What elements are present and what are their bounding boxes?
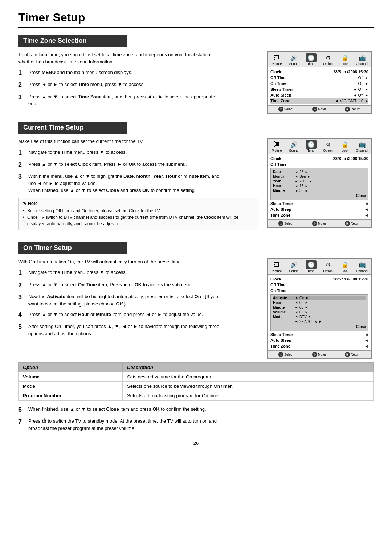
step-item: 3 Press ▲ or ▼ to select Time Zone item,… [18, 93, 221, 107]
tv-row-on-time: On Time Off ► [270, 81, 368, 86]
current-time-intro: Make use of this function can set the cu… [18, 138, 221, 145]
time-zone-intro: To obtain local time, you should first s… [18, 51, 221, 65]
tv-icon-lock-2: 🔒 Lock [338, 140, 353, 152]
tv-icon-option: ⚙ Option [320, 53, 336, 66]
tv-submenu-2: Date ◄ 28 ► Month ◄ Sep ► Year [270, 168, 368, 200]
tv-icon-sound-2: 🔊 Sound [286, 140, 302, 152]
tv-row-off-time-2: Off Time [270, 161, 368, 167]
option-volume: Volume [19, 372, 123, 381]
table-row: Program Number Selects a broadcasting pr… [19, 391, 374, 400]
step-item: 3 Now the Activate item will be highligh… [18, 293, 221, 307]
section-header-on-timer: On Timer Setup [18, 242, 127, 254]
table-row: Mode Selects one source to be viewed thr… [19, 381, 374, 391]
tv-menu-body-1: Clock 28/Sep /2008 15:30 Off Time Off ► … [268, 67, 371, 105]
tv-row-time-zone-2: Time Zone ◄ [270, 212, 368, 218]
step-item: 6 When finished, use ▲ or ▼ to select Cl… [18, 406, 221, 414]
tv-menu-1: 🖼 Picture 🔊 Sound 🕐 Time ⚙ Option [267, 51, 372, 114]
tv-icon-option-2: ⚙ Option [320, 140, 336, 152]
tv-row-sleep-timer-2: Sleep Timer ◄ [270, 201, 368, 206]
tv-icon-lock: 🔒 Lock [338, 53, 353, 66]
note-box: ✎ Note Before setting Off timer and On t… [18, 198, 258, 230]
option-mode: Mode [19, 381, 123, 391]
section-current-time: Current Time Setup Make use of this func… [18, 122, 374, 234]
step-item: 3 Within the menu, use ▲ or ▼ to highlig… [18, 173, 221, 194]
step-item: 2 Press ◄ or ► to select Time menu, pres… [18, 81, 221, 89]
options-table: Option Description Volume Sets desired v… [18, 362, 374, 401]
desc-program-number: Selects a broadcasting program for On ti… [123, 391, 374, 400]
tv-menu-footer-1: ◎ Select ◎ Move ▣ Return [268, 105, 371, 113]
tv-menu-2: 🖼 Picture 🔊 Sound 🕐 Time ⚙ Option [267, 138, 372, 228]
tv-icon-picture: 🖼 Picture [269, 53, 285, 66]
option-program-number: Program Number [19, 391, 123, 400]
tv-row-sleep-timer: Sleep Timer ◄ Off ► [270, 86, 368, 92]
step-item: 5 After setting On Timer, you can press … [18, 323, 221, 337]
tv-icon-sound-3: 🔊 Sound [286, 260, 302, 273]
tv-row-auto-sleep: Auto Sleep ◄ Off ► [270, 92, 368, 98]
tv-menu-icons-3: 🖼 Picture 🔊 Sound 🕐 Time ⚙ Option [268, 259, 371, 275]
page-number: 26 [18, 440, 374, 446]
tv-icon-picture-3: 🖼 Picture [269, 260, 285, 273]
tv-row-time-zone: Time Zone ◄ VIC GMT+10 ► [270, 98, 368, 104]
tv-icon-channel-3: 📺 Channel [355, 260, 370, 273]
desc-volume: Sets desired volume for the On program. [123, 372, 374, 381]
tv-clock-row-3: Clock 28/Sep /2008 15:30 [270, 276, 368, 282]
tv-row-off-time: Off Time Off ► [270, 75, 368, 81]
tv-row-time-zone-3: Time Zone ◄ [270, 343, 368, 349]
section-on-timer: On Timer Setup With On Timer function On… [18, 242, 374, 432]
tv-icon-time: 🕐 Time [303, 53, 319, 66]
tv-menu-footer-3: ◎ Select ◎ Move ▣ Return [268, 350, 371, 358]
tv-row-auto-sleep-3: Auto Sleep ◄ [270, 337, 368, 343]
tv-icon-option-3: ⚙ Option [320, 260, 336, 273]
step-item: 1 Press MENU and the main menu screen di… [18, 69, 221, 77]
on-timer-steps-after: 6 When finished, use ▲ or ▼ to select Cl… [18, 406, 374, 432]
tv-clock-row-2: Clock 28/Sep /2008 15:30 [270, 156, 368, 161]
tv-icon-picture-2: 🖼 Picture [269, 140, 285, 152]
tv-icon-time-3: 🕐 Time [303, 260, 319, 273]
tv-icon-channel-2: 📺 Channel [355, 140, 370, 152]
current-time-steps: 1 Navigate to the Time menu press ▼ to a… [18, 149, 258, 194]
table-row: Volume Sets desired volume for the On pr… [19, 372, 374, 381]
time-zone-steps: 1 Press MENU and the main menu screen di… [18, 69, 258, 107]
tv-menu-body-3: Clock 28/Sep /2008 15:30 Off Time On Tim… [268, 275, 371, 350]
step-item: 1 Navigate to the Time menu press ▼ to a… [18, 149, 221, 157]
desc-mode: Selects one source to be viewed through … [123, 381, 374, 391]
section-time-zone: Time Zone Selection To obtain local time… [18, 35, 374, 114]
section-header-current-time: Current Time Setup [18, 122, 127, 134]
tv-menu-footer-2: ◎ Select ◎ Move ▣ Return [268, 219, 371, 227]
tv-row-on-time-3: On Time [270, 288, 368, 294]
page-title: Timer Setup [18, 11, 374, 28]
tv-icon-sound: 🔊 Sound [286, 53, 302, 66]
step-item: 4 Press ▲ or ▼ to select Hour or Minute … [18, 311, 221, 319]
tv-menu-icons-2: 🖼 Picture 🔊 Sound 🕐 Time ⚙ Option [268, 139, 371, 154]
on-timer-steps: 1 Navigate to the Time menu press ▼ to a… [18, 269, 258, 337]
tv-row-off-time-3: Off Time [270, 282, 368, 288]
tv-icon-channel: 📺 Channel [355, 53, 370, 66]
tv-menu-3: 🖼 Picture 🔊 Sound 🕐 Time ⚙ Option [267, 258, 372, 359]
section-header-time-zone: Time Zone Selection [18, 35, 127, 47]
step-item: 1 Navigate to the Time menu press ▼ to a… [18, 269, 221, 277]
tv-submenu-3: Activate ◄ On ► Hour ◄ 00 ► Minute [270, 294, 368, 331]
step-item: 2 Press ▲ or ▼ to select Clock item, Pre… [18, 161, 221, 169]
tv-row-auto-sleep-2: Auto Sleep ◄ [270, 206, 368, 212]
tv-menu-icons-1: 🖼 Picture 🔊 Sound 🕐 Time ⚙ Option [268, 52, 371, 67]
tv-clock-row: Clock 28/Sep /2008 15:30 [270, 69, 368, 75]
options-col-header: Option [19, 362, 123, 372]
tv-icon-lock-3: 🔒 Lock [338, 260, 353, 273]
tv-icon-time-2: 🕐 Time [303, 140, 319, 152]
tv-menu-body-2: Clock 28/Sep /2008 15:30 Off Time Date ◄… [268, 154, 371, 219]
tv-row-sleep-timer-3: Sleep Timer ◄ [270, 332, 368, 337]
description-col-header: Description [123, 362, 374, 372]
on-timer-intro: With On Timer function On, the TV will a… [18, 258, 221, 266]
step-item: 2 Press ▲ or ▼ to select On Time item, P… [18, 281, 221, 290]
step-item: 7 Press ⏻ to switch the TV to standby mo… [18, 418, 221, 432]
